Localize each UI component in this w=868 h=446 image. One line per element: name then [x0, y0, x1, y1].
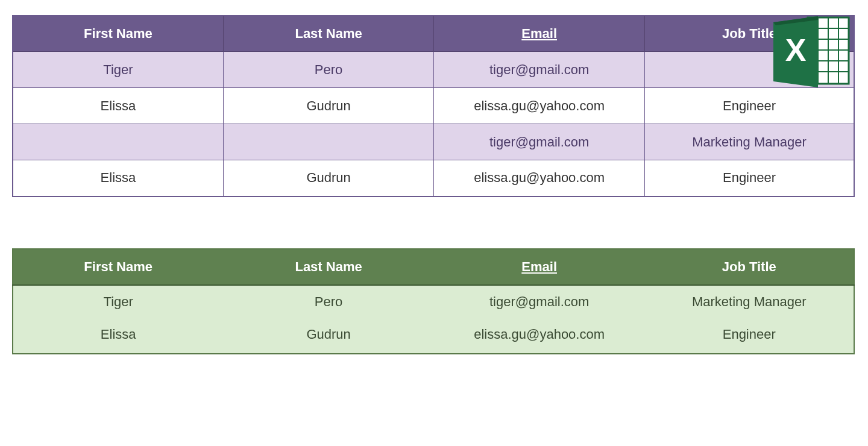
header-first-name: First Name	[13, 249, 223, 285]
source-table: First Name Last Name Email Job Title Tig…	[12, 15, 855, 197]
cell-first-name: Elissa	[13, 318, 223, 354]
header-email: Email	[434, 249, 645, 285]
table-row: tiger@gmail.com Marketing Manager	[13, 124, 854, 160]
header-job-title: Job Title	[645, 249, 854, 285]
cell-last-name: Pero	[223, 285, 433, 318]
table-row: Tiger Pero tiger@gmail.com Marketing Man…	[13, 285, 854, 318]
result-table: First Name Last Name Email Job Title Tig…	[12, 248, 855, 354]
cell-last-name: Gudrun	[223, 88, 433, 124]
table-row: Tiger Pero tiger@gmail.com	[13, 52, 854, 88]
table-header-row: First Name Last Name Email Job Title	[13, 249, 854, 285]
cell-job-title: Engineer	[645, 88, 854, 124]
table-header-row: First Name Last Name Email Job Title	[13, 16, 854, 52]
table-row: Elissa Gudrun elissa.gu@yahoo.com Engine…	[13, 160, 854, 196]
cell-last-name	[223, 124, 433, 160]
cell-first-name: Tiger	[13, 52, 223, 88]
cell-last-name: Gudrun	[223, 318, 433, 354]
cell-email: elissa.gu@yahoo.com	[434, 318, 645, 354]
cell-job-title: Engineer	[645, 160, 854, 196]
cell-email: elissa.gu@yahoo.com	[434, 160, 645, 196]
header-email: Email	[434, 16, 645, 52]
table-row: Elissa Gudrun elissa.gu@yahoo.com Engine…	[13, 88, 854, 124]
cell-email: tiger@gmail.com	[434, 52, 645, 88]
cell-job-title: Marketing Manager	[645, 124, 854, 160]
table-row: Elissa Gudrun elissa.gu@yahoo.com Engine…	[13, 318, 854, 354]
cell-job-title: Engineer	[645, 318, 854, 354]
cell-email: tiger@gmail.com	[434, 285, 645, 318]
cell-job-title: Marketing Manager	[645, 285, 854, 318]
excel-icon: X	[770, 14, 851, 90]
cell-email: elissa.gu@yahoo.com	[434, 88, 645, 124]
cell-email: tiger@gmail.com	[434, 124, 645, 160]
excel-letter: X	[785, 33, 807, 68]
cell-first-name: Elissa	[13, 88, 223, 124]
cell-first-name	[13, 124, 223, 160]
header-last-name: Last Name	[223, 16, 433, 52]
header-first-name: First Name	[13, 16, 223, 52]
cell-last-name: Gudrun	[223, 160, 433, 196]
purple-table-container: First Name Last Name Email Job Title Tig…	[12, 15, 856, 197]
cell-first-name: Tiger	[13, 285, 223, 318]
cell-last-name: Pero	[223, 52, 433, 88]
header-last-name: Last Name	[223, 249, 433, 285]
cell-first-name: Elissa	[13, 160, 223, 196]
